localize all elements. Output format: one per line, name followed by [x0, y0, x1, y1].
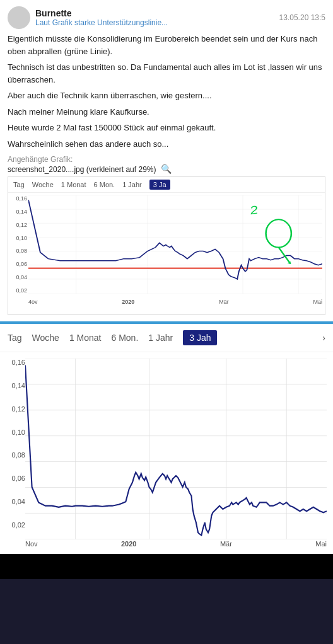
mini-tab-1jahr[interactable]: 1 Jahr — [122, 181, 142, 188]
post-paragraph-6: Wahrscheinlich sehen das andere auch so.… — [8, 138, 325, 151]
post-paragraph-5: Heute wurde 2 Mal fast 150000 Stück auf … — [8, 122, 325, 134]
bottom-chart-area: Tag Woche 1 Monat 6 Mon. 1 Jahr 3 Jah › … — [0, 324, 333, 554]
svg-text:2: 2 — [248, 203, 260, 217]
post-paragraph-4: Nach meiner Meinung klare Kaufkurse. — [8, 106, 325, 118]
footer-bar — [0, 554, 333, 579]
tab-3jah-active[interactable]: 3 Jah — [183, 330, 217, 345]
mini-chart-svg-element: 2 — [28, 195, 322, 294]
main-chart: 0,16 0,14 0,12 0,10 0,08 0,06 0,04 0,02 — [0, 352, 333, 554]
tab-1monat[interactable]: 1 Monat — [69, 333, 102, 343]
x-label-nov: Nov — [25, 540, 38, 548]
y-label-004: 0,04 — [12, 498, 25, 505]
y-label-016: 0,16 — [12, 359, 25, 366]
x-label-mai: Mai — [315, 540, 327, 548]
x-label-2020: 2020 — [121, 540, 136, 548]
mini-chart-svg: 0,16 0,14 0,12 0,10 0,08 0,06 0,04 0,02 — [8, 193, 325, 306]
post-timestamp: 13.05.20 13:5 — [279, 13, 325, 22]
chart-tabs: Tag Woche 1 Monat 6 Mon. 1 Jahr 3 Jah › — [0, 324, 333, 352]
x-label-mar: Mär — [220, 540, 232, 548]
x-axis: Nov 2020 Mär Mai — [25, 540, 327, 548]
post-container: Burnette Laut Grafik starke Unterstützun… — [0, 0, 333, 321]
attachment-label: Angehängte Grafik: screenshot_2020....jp… — [8, 155, 325, 174]
avatar — [8, 6, 30, 29]
mini-tab-1monat[interactable]: 1 Monat — [61, 181, 86, 188]
post-header-info: Burnette Laut Grafik starke Unterstützun… — [35, 8, 279, 27]
tab-6mon[interactable]: 6 Mon. — [112, 333, 139, 343]
post-subtitle[interactable]: Laut Grafik starke Unterstützungslinie..… — [35, 18, 279, 27]
search-icon[interactable]: 🔍 — [161, 164, 172, 174]
post-username: Burnette — [35, 8, 279, 18]
tab-tag[interactable]: Tag — [8, 333, 22, 343]
main-chart-svg — [25, 359, 327, 539]
svg-point-14 — [266, 219, 291, 247]
tab-1jahr[interactable]: 1 Jahr — [148, 333, 173, 343]
attachment-filename: screenshot_2020....jpg (verkleinert auf … — [8, 165, 156, 174]
y-label-008: 0,08 — [12, 451, 25, 459]
y-label-010: 0,10 — [12, 428, 25, 436]
mini-chart-container: Tag Woche 1 Monat 6 Mon. 1 Jahr 3 Ja 0,1… — [8, 176, 325, 315]
post-paragraph-1: Eigentlich müsste die Konsolidierung im … — [8, 33, 325, 57]
mini-tab-6mon[interactable]: 6 Mon. — [94, 181, 115, 188]
mini-tab-woche[interactable]: Woche — [32, 181, 54, 188]
post-header: Burnette Laut Grafik starke Unterstützun… — [8, 6, 325, 29]
y-label-002: 0,02 — [12, 521, 25, 529]
y-label-006: 0,06 — [12, 474, 25, 482]
post-paragraph-2: Technisch ist das unbestritten so. Da Fu… — [8, 61, 325, 86]
post-body: Eigentlich müsste die Konsolidierung im … — [8, 33, 325, 150]
y-label-014: 0,14 — [12, 382, 25, 389]
mini-chart-tabs: Tag Woche 1 Monat 6 Mon. 1 Jahr 3 Ja — [8, 177, 325, 193]
chevron-right-icon[interactable]: › — [322, 333, 325, 343]
tab-woche[interactable]: Woche — [32, 333, 59, 343]
mini-tab-3ja-active[interactable]: 3 Ja — [149, 180, 170, 190]
post-paragraph-3: Aber auch die Technik kann überraschen, … — [8, 89, 325, 102]
mini-tab-tag[interactable]: Tag — [13, 181, 25, 188]
y-label-012: 0,12 — [12, 405, 25, 413]
y-axis: 0,16 0,14 0,12 0,10 0,08 0,06 0,04 0,02 — [4, 359, 25, 529]
